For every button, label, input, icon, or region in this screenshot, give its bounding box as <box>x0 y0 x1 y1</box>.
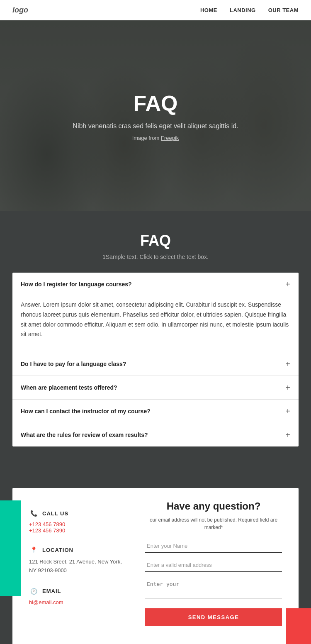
message-textarea[interactable] <box>145 578 282 598</box>
email-icon: 🕐 <box>29 587 38 596</box>
faq-question-2[interactable]: Do I have to pay for a language class? + <box>12 352 299 376</box>
location-icon: 📍 <box>29 545 38 554</box>
faq-toggle-1: + <box>285 280 290 288</box>
nav-links: HOME LANDING OUR TEAM <box>200 7 299 13</box>
location-block: 📍 LOCATION 121 Rock Sreet, 21 Avenue, Ne… <box>29 545 124 575</box>
faq-toggle-3: + <box>285 383 290 392</box>
faq-section-title: FAQ <box>12 232 299 249</box>
faq-question-text-4: How can I contact the instructor of my c… <box>21 408 151 415</box>
nav-landing[interactable]: LANDING <box>230 7 256 13</box>
faq-question-3[interactable]: When are placement tests offered? + <box>12 376 299 399</box>
hero-credit-text: Image from <box>132 135 161 141</box>
faq-toggle-5: + <box>285 431 290 439</box>
faq-question-text-2: Do I have to pay for a language class? <box>21 361 126 367</box>
call-us-label: CALL US <box>42 510 68 517</box>
hero-section: FAQ Nibh venenatis cras sed felis eget v… <box>0 20 311 211</box>
email-link[interactable]: hi@email.com <box>29 599 124 605</box>
email-label: EMAIL <box>42 588 61 594</box>
faq-item-4: How can I contact the instructor of my c… <box>12 400 299 423</box>
email-block: 🕐 EMAIL hi@email.com <box>29 587 124 605</box>
hero-credit-link[interactable]: Freepik <box>161 135 179 141</box>
phone-link-1[interactable]: +123 456 7890 <box>29 521 124 527</box>
faq-question-5[interactable]: What are the rules for review of exam re… <box>12 423 299 446</box>
faq-section-subtitle: 1Sample text. Click to select the text b… <box>12 254 299 260</box>
call-us-header: 📞 CALL US <box>29 509 124 518</box>
faq-question-4[interactable]: How can I contact the instructor of my c… <box>12 400 299 423</box>
location-label: LOCATION <box>42 547 73 553</box>
hero-title: FAQ <box>73 91 238 116</box>
contact-info: 📞 CALL US +123 456 7890 +123 456 7890 📍 … <box>12 488 137 644</box>
email-header: 🕐 EMAIL <box>29 587 124 596</box>
contact-form-area: Have any question? our email address wil… <box>137 488 299 644</box>
nav-home[interactable]: HOME <box>200 7 217 13</box>
faq-question-1[interactable]: How do I register for language courses? … <box>12 273 299 296</box>
navigation: logo HOME LANDING OUR TEAM <box>0 0 311 20</box>
faq-item-5: What are the rules for review of exam re… <box>12 423 299 446</box>
faq-question-text-5: What are the rules for review of exam re… <box>21 432 148 438</box>
hero-credit: Image from Freepik <box>73 135 238 141</box>
call-us-block: 📞 CALL US +123 456 7890 +123 456 7890 <box>29 509 124 534</box>
contact-form-title: Have any question? <box>145 500 282 512</box>
faq-item-3: When are placement tests offered? + <box>12 376 299 400</box>
faq-section: FAQ 1Sample text. Click to select the te… <box>0 211 311 471</box>
faq-toggle-2: + <box>285 360 290 368</box>
contact-section: 📞 CALL US +123 456 7890 +123 456 7890 📍 … <box>0 471 311 644</box>
name-input[interactable] <box>145 539 282 553</box>
faq-container: How do I register for language courses? … <box>12 273 299 446</box>
faq-item-2: Do I have to pay for a language class? + <box>12 352 299 376</box>
phone-link-2[interactable]: +123 456 7890 <box>29 527 124 534</box>
contact-form-desc: our email address will not be published.… <box>145 516 282 531</box>
faq-question-text-3: When are placement tests offered? <box>21 384 117 391</box>
send-button[interactable]: SEND MESSAGE <box>145 608 282 626</box>
hero-subtitle: Nibh venenatis cras sed felis eget velit… <box>73 122 238 130</box>
faq-toggle-4: + <box>285 407 290 415</box>
logo: logo <box>12 6 28 15</box>
nav-our-team[interactable]: OUR TEAM <box>268 7 299 13</box>
faq-answer-1: Answer. Lorem ipsum dolor sit amet, cons… <box>12 296 299 352</box>
address-text: 121 Rock Sreet, 21 Avenue, New York, NY … <box>29 558 124 575</box>
phone-icon: 📞 <box>29 509 38 518</box>
faq-question-text-1: How do I register for language courses? <box>21 281 132 288</box>
hero-content: FAQ Nibh venenatis cras sed felis eget v… <box>64 83 246 149</box>
email-input[interactable] <box>145 559 282 572</box>
faq-item-1: How do I register for language courses? … <box>12 273 299 352</box>
location-header: 📍 LOCATION <box>29 545 124 554</box>
contact-card: 📞 CALL US +123 456 7890 +123 456 7890 📍 … <box>12 488 299 644</box>
